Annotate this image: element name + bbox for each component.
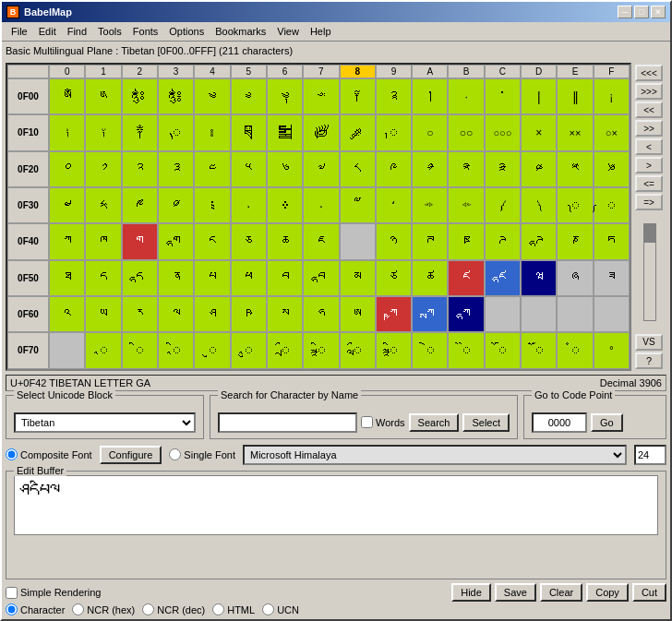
char-cell-0F77[interactable]: ཷ: [303, 332, 339, 368]
char-cell-0F67[interactable]: ཧ: [303, 296, 339, 332]
char-cell-0F60[interactable]: འ: [49, 296, 85, 332]
font-name-select[interactable]: Microsoft Himalaya: [243, 445, 627, 465]
char-cell-0F14[interactable]: ༔: [194, 114, 230, 150]
menu-help[interactable]: Help: [305, 24, 337, 39]
char-cell-0F28[interactable]: ༨: [340, 151, 376, 187]
menu-tools[interactable]: Tools: [92, 24, 127, 39]
char-cell-0F1A[interactable]: ○: [412, 114, 448, 150]
char-cell-0F5E[interactable]: ཞ: [557, 260, 593, 296]
char-cell-0F32[interactable]: ༲: [122, 187, 158, 223]
char-cell-0F0A[interactable]: །: [412, 78, 448, 114]
char-cell-0F22[interactable]: ༢: [122, 151, 158, 187]
edit-buffer-textarea[interactable]: ཤདཔིལ: [14, 475, 658, 535]
char-cell-0F35[interactable]: ·: [231, 187, 267, 223]
char-cell-0F72[interactable]: ི: [122, 332, 158, 368]
char-cell-0F69[interactable]: ཀྵ: [376, 296, 412, 332]
char-cell-0F1F[interactable]: ○×: [594, 114, 630, 150]
char-cell-0F2B[interactable]: ༫: [448, 151, 484, 187]
char-cell-0F7C[interactable]: ོ: [485, 332, 521, 368]
nav-next-next-button[interactable]: >>>: [635, 83, 663, 100]
char-cell-0F19[interactable]: ༙: [376, 114, 412, 150]
char-cell-0F03[interactable]: ༃: [158, 78, 194, 114]
char-cell-0F68[interactable]: ཨ: [340, 296, 376, 332]
char-cell-0F62[interactable]: ར: [122, 296, 158, 332]
char-cell-0F39[interactable]: ʻ: [376, 187, 412, 223]
char-cell-0F31[interactable]: ༱: [85, 187, 121, 223]
char-cell-0F33[interactable]: ༳: [158, 187, 194, 223]
ncr-dec-radio[interactable]: [142, 603, 154, 615]
char-cell-0F6E[interactable]: [557, 296, 593, 332]
char-cell-0F56[interactable]: བ: [267, 260, 303, 296]
ucn-radio[interactable]: [262, 603, 274, 615]
nav-back-button[interactable]: <: [635, 138, 663, 155]
char-cell-0F34[interactable]: ༴: [194, 187, 230, 223]
char-cell-0F63[interactable]: ལ: [158, 296, 194, 332]
help-button[interactable]: ?: [635, 352, 663, 369]
nav-prev-button[interactable]: <<: [635, 102, 663, 118]
menu-view[interactable]: View: [271, 24, 305, 39]
char-cell-0F57[interactable]: བྷ: [303, 260, 339, 296]
char-cell-0F73[interactable]: ཱི: [158, 332, 194, 368]
char-cell-0F4A[interactable]: ཊ: [412, 223, 448, 259]
ncr-hex-radio-label[interactable]: NCR (hex): [72, 603, 135, 615]
menu-bookmarks[interactable]: Bookmarks: [210, 24, 271, 39]
char-cell-0F5B[interactable]: ཛ: [448, 260, 484, 296]
char-cell-0F18[interactable]: ༘: [340, 114, 376, 150]
char-cell-0F11[interactable]: ༑: [85, 114, 121, 150]
hide-button[interactable]: Hide: [451, 583, 491, 602]
char-cell-0F01[interactable]: ༁: [85, 78, 121, 114]
char-cell-0F3B[interactable]: ༻: [448, 187, 484, 223]
ncr-hex-radio[interactable]: [72, 603, 84, 615]
char-cell-0F3C[interactable]: ༼: [485, 187, 521, 223]
char-cell-0F3E[interactable]: ༾: [557, 187, 593, 223]
char-cell-0F4C[interactable]: ཌ: [485, 223, 521, 259]
char-cell-0F07[interactable]: ༇: [303, 78, 339, 114]
char-cell-0F38[interactable]: ༸: [340, 187, 376, 223]
char-cell-0F70[interactable]: [49, 332, 85, 368]
char-cell-0F0D[interactable]: |: [521, 78, 557, 114]
simple-rendering-label[interactable]: Simple Rendering: [6, 587, 101, 599]
menu-options[interactable]: Options: [163, 24, 210, 39]
char-cell-0F61[interactable]: ཡ: [85, 296, 121, 332]
menu-find[interactable]: Find: [62, 24, 92, 39]
char-cell-0F04[interactable]: ༄: [194, 78, 230, 114]
char-cell-0F74[interactable]: ུ: [194, 332, 230, 368]
char-cell-0F64[interactable]: ཤ: [194, 296, 230, 332]
char-cell-0F59[interactable]: ཙ: [376, 260, 412, 296]
char-cell-0F48[interactable]: [340, 223, 376, 259]
char-cell-0F21[interactable]: ༡: [85, 151, 121, 187]
character-radio-label[interactable]: Character: [6, 603, 65, 615]
char-cell-0F3A[interactable]: ༺: [412, 187, 448, 223]
unicode-block-select[interactable]: Tibetan: [14, 412, 196, 433]
char-cell-0F66[interactable]: ས: [267, 296, 303, 332]
single-font-radio[interactable]: [169, 448, 181, 460]
char-cell-0F78[interactable]: ླྀ: [340, 332, 376, 368]
nav-next-button[interactable]: >>: [635, 120, 663, 137]
char-cell-0F36[interactable]: ༶: [267, 187, 303, 223]
font-size-input[interactable]: 24: [634, 445, 666, 465]
goto-input[interactable]: 0000: [532, 412, 587, 433]
char-cell-0F75[interactable]: ཱུ: [231, 332, 267, 368]
char-cell-0F25[interactable]: ༥: [231, 151, 267, 187]
char-cell-0F2F[interactable]: ༯: [594, 151, 630, 187]
char-cell-0F26[interactable]: ༦: [267, 151, 303, 187]
menu-file[interactable]: File: [6, 24, 33, 39]
char-cell-0F4B[interactable]: ཋ: [448, 223, 484, 259]
char-cell-0F3D[interactable]: ༽: [521, 187, 557, 223]
char-cell-0F6C[interactable]: [485, 296, 521, 332]
char-cell-0F1E[interactable]: ××: [557, 114, 593, 150]
char-cell-0F0B[interactable]: ·: [448, 78, 484, 114]
char-cell-0F2A[interactable]: ༪: [412, 151, 448, 187]
char-cell-0F54[interactable]: པ: [194, 260, 230, 296]
nav-right-button[interactable]: =>: [635, 194, 663, 210]
configure-button[interactable]: Configure: [100, 446, 162, 464]
char-cell-0F09[interactable]: ༉: [376, 78, 412, 114]
char-cell-0F13[interactable]: ྄: [158, 114, 194, 150]
char-cell-0F0E[interactable]: ‖: [557, 78, 593, 114]
char-cell-0F12[interactable]: ༒: [122, 114, 158, 150]
char-cell-0F5F[interactable]: ཟ: [594, 260, 630, 296]
char-cell-0F4E[interactable]: ཎ: [557, 223, 593, 259]
char-cell-0F41[interactable]: ཁ: [85, 223, 121, 259]
char-cell-0F6A[interactable]: ཀྶ: [412, 296, 448, 332]
char-cell-0F05[interactable]: ༅: [231, 78, 267, 114]
